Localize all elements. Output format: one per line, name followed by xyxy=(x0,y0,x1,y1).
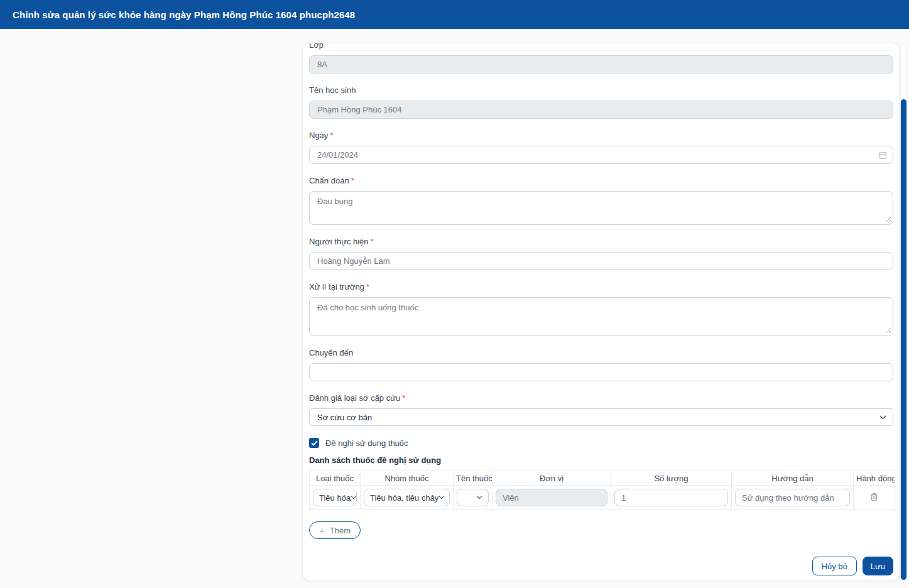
calendar-icon[interactable] xyxy=(878,151,887,160)
save-button[interactable]: Lưu xyxy=(863,557,893,575)
add-medicine-button[interactable]: + Thêm xyxy=(309,521,361,539)
transfer-to-input[interactable] xyxy=(309,363,893,381)
col-header-unit: Đơn vị xyxy=(493,471,611,486)
medicine-group-select[interactable]: Tiêu hóa, tiêu chảy xyxy=(364,489,450,506)
col-header-medicine-name: Tên thuốc xyxy=(454,471,493,486)
first-aid-type-label: Đánh giá loại sơ cấp cứu* xyxy=(309,394,893,403)
medicine-table: Loại thuốc Nhóm thuốc Tên thuốc Đơn vị S… xyxy=(309,471,895,510)
medicine-table-header-row: Loại thuốc Nhóm thuốc Tên thuốc Đơn vị S… xyxy=(310,471,895,486)
scrollbar-thumb[interactable] xyxy=(901,99,906,580)
cancel-button[interactable]: Hủy bỏ xyxy=(812,557,857,575)
unit-input xyxy=(496,489,607,506)
col-header-medicine-group: Nhóm thuốc xyxy=(361,471,454,486)
field-transfer-to: Chuyển đến xyxy=(309,349,893,381)
chevron-down-icon xyxy=(438,496,445,499)
diagnosis-textarea[interactable]: Đau bụng xyxy=(309,191,893,225)
field-performer: Người thực hiện* xyxy=(309,237,893,270)
medicine-table-row: Tiêu hóa Tiêu hóa, tiêu chảy xyxy=(310,486,895,510)
page-title: Chỉnh sửa quản lý sức khỏe hàng ngày Phạ… xyxy=(13,9,355,20)
required-mark: * xyxy=(402,393,405,403)
date-label: Ngày* xyxy=(309,131,893,140)
page-title-bar: Chỉnh sửa quản lý sức khỏe hàng ngày Phạ… xyxy=(0,0,909,29)
medicine-list-title: Danh sách thuốc đề nghị sử dụng xyxy=(309,455,893,465)
first-aid-type-select[interactable]: Sơ cứu cơ bản xyxy=(309,408,893,426)
class-label: Lớp xyxy=(309,43,893,50)
date-input[interactable] xyxy=(309,146,893,164)
scrollbar[interactable] xyxy=(900,44,907,581)
field-class: Lớp xyxy=(309,43,893,74)
chevron-down-icon xyxy=(879,415,886,420)
performer-input[interactable] xyxy=(309,252,893,270)
suggest-medicine-row: Đề nghị sử dụng thuốc xyxy=(309,438,893,448)
field-diagnosis: Chẩn đoán* Đau bụng xyxy=(309,177,893,225)
col-header-medicine-type: Loại thuốc xyxy=(310,471,361,486)
field-first-aid-type: Đánh giá loại sơ cấp cứu* Sơ cứu cơ bản xyxy=(309,394,893,426)
field-school-treatment: Xử lí tại trường* Đã cho học sinh uống t… xyxy=(309,283,893,336)
form-card: Lớp Tên học sinh Ngày* Chẩn đoán* Đau bụ… xyxy=(302,43,900,581)
required-mark: * xyxy=(351,176,354,185)
medicine-group-select-value: Tiêu hóa, tiêu chảy xyxy=(370,493,438,503)
col-header-quantity: Số lượng xyxy=(611,471,732,486)
required-mark: * xyxy=(366,282,369,291)
field-date: Ngày* xyxy=(309,131,893,164)
first-aid-type-select-value: Sơ cứu cơ bản xyxy=(317,413,372,422)
suggest-medicine-checkbox[interactable] xyxy=(309,438,319,448)
field-student-name: Tên học sinh xyxy=(309,86,893,119)
col-header-instructions: Hướng dẫn xyxy=(732,471,854,486)
trash-icon xyxy=(870,494,878,503)
add-medicine-button-label: Thêm xyxy=(330,526,351,535)
required-mark: * xyxy=(330,131,333,140)
student-name-label: Tên học sinh xyxy=(309,86,893,95)
medicine-name-select[interactable] xyxy=(457,489,489,506)
medicine-type-select-value: Tiêu hóa xyxy=(319,493,351,503)
delete-row-button[interactable] xyxy=(869,491,879,503)
student-name-input xyxy=(309,101,893,119)
chevron-down-icon xyxy=(351,496,357,499)
class-input xyxy=(309,55,893,74)
performer-label: Người thực hiện* xyxy=(309,237,893,246)
transfer-to-label: Chuyển đến xyxy=(309,349,893,357)
diagnosis-label: Chẩn đoán* xyxy=(309,177,893,185)
suggest-medicine-label[interactable]: Đề nghị sử dụng thuốc xyxy=(325,438,408,448)
chevron-down-icon xyxy=(476,496,482,499)
school-treatment-textarea[interactable]: Đã cho học sinh uống thuốc xyxy=(309,297,893,336)
quantity-input[interactable] xyxy=(614,489,728,506)
form-actions: Hủy bỏ Lưu xyxy=(309,557,893,575)
required-mark: * xyxy=(371,237,374,246)
instructions-input[interactable] xyxy=(735,489,850,506)
plus-icon: + xyxy=(319,526,325,535)
col-header-actions: Hành động xyxy=(854,471,895,486)
medicine-type-select[interactable]: Tiêu hóa xyxy=(313,489,357,506)
school-treatment-label: Xử lí tại trường* xyxy=(309,283,893,291)
